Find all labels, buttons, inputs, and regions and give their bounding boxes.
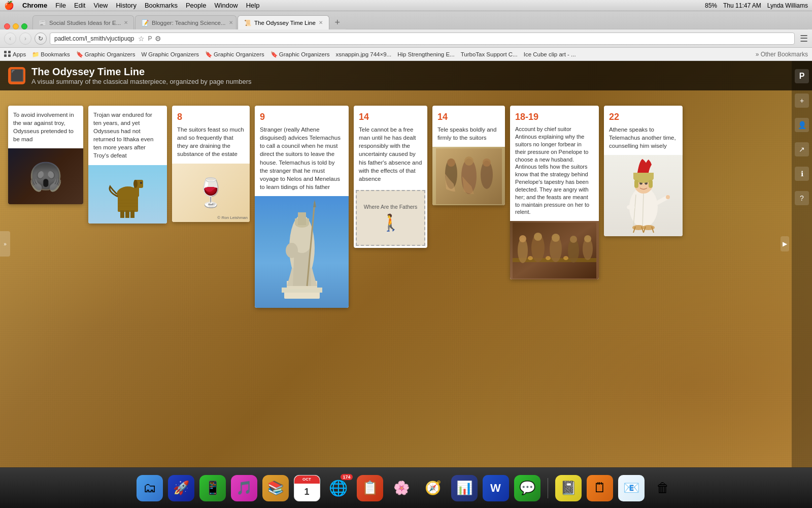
view-menu[interactable]: View [93, 2, 108, 9]
card-5: 14 Tele cannot be a free man until he ha… [354, 106, 427, 248]
minimize-button[interactable] [13, 23, 19, 29]
padlet-logo-btn[interactable]: P [795, 69, 809, 83]
new-tab-button[interactable]: + [330, 15, 345, 29]
card-8-text: 22 Athene speaks to Telemachus another t… [604, 106, 683, 155]
svg-point-26 [447, 158, 455, 167]
tab-2-close[interactable]: ✕ [229, 20, 233, 25]
svg-point-40 [570, 236, 577, 243]
tab-2[interactable]: 📝 Blogger: Teaching Science... ✕ [135, 15, 236, 29]
add-card-button[interactable]: + [795, 93, 809, 108]
svg-point-38 [552, 234, 560, 242]
bookmarks-folder[interactable]: 📁 Bookmarks [32, 51, 70, 58]
chrome-menu-icon[interactable]: ☰ [800, 33, 808, 44]
tab-1-label: Social Studies Ideas for E... [49, 20, 121, 26]
help-button[interactable]: ? [795, 191, 809, 205]
bookmarks-bar: Apps 📁 Bookmarks 🔖 Graphic Organizers W … [0, 48, 812, 61]
go2-label: Graphic Organizers [148, 51, 199, 57]
file-menu[interactable]: File [55, 2, 66, 9]
bookmarks-label: Bookmarks [41, 51, 70, 57]
history-menu[interactable]: History [116, 2, 136, 9]
turbotax-bookmark[interactable]: TurboTax Support C... [461, 51, 518, 57]
scroll-right-button[interactable]: ▶ [781, 236, 789, 251]
tab-2-favicon: 📝 [142, 19, 149, 26]
card-3-content: The suitors feast so much and so frequen… [177, 125, 245, 158]
scroll-left-button[interactable]: » [0, 231, 10, 257]
window-menu[interactable]: Window [214, 2, 238, 9]
svg-point-36 [534, 233, 542, 241]
tab-1-favicon: 📰 [39, 19, 46, 26]
apple-menu[interactable]: 🍎 [4, 1, 14, 10]
edit-menu[interactable]: Edit [74, 2, 85, 9]
dock-word[interactable]: W [483, 475, 509, 501]
dock-notes[interactable]: 📓 [555, 475, 582, 501]
dock-itunes[interactable]: 🎵 [231, 475, 257, 501]
back-button[interactable]: ‹ [4, 33, 16, 45]
graphic-org-3[interactable]: 🔖 Graphic Organizers [205, 51, 264, 58]
graphic-org-4[interactable]: 🔖 Graphic Organizers [270, 51, 330, 58]
icecube-bookmark[interactable]: Ice Cube clip art - ... [524, 51, 576, 57]
chrome-menu[interactable]: Chrome [22, 2, 47, 9]
dock-stocks[interactable]: 📊 [451, 475, 478, 501]
card-8-content: Athene speaks to Telemachus another time… [609, 125, 678, 150]
dock-messages[interactable]: 💬 [514, 475, 540, 501]
svg-rect-20 [298, 212, 306, 225]
dock-launchpad[interactable]: 🚀 [168, 475, 194, 501]
apps-bookmark[interactable]: Apps [4, 51, 26, 58]
tab-bar: 📰 Social Studies Ideas for E... ✕ 📝 Blog… [0, 11, 812, 29]
dock-mail[interactable]: 📧 [618, 475, 645, 501]
dock-finder[interactable]: 🗂 [137, 475, 163, 501]
athena-statue-svg [256, 197, 348, 308]
people-menu[interactable]: People [186, 2, 206, 9]
address-bar[interactable]: padlet.com/l_smith/vjuctipuqp ☆ P ⚙ [50, 33, 795, 45]
bookmarks-menu[interactable]: Bookmarks [145, 2, 178, 9]
bookmark-star-icon[interactable]: ☆ [138, 35, 145, 43]
extension-icon[interactable]: ⚙ [155, 35, 161, 43]
dock-calendar[interactable]: OCT 1 [294, 475, 320, 501]
share-button[interactable]: ↗ [795, 142, 809, 156]
menu-bar: 🍎 Chrome File Edit View History Bookmark… [0, 0, 812, 11]
dock-chrome[interactable]: 🌐 174 [325, 475, 352, 501]
card-7-content: Account by chief suitor Antinous explain… [515, 125, 594, 216]
graphic-org-1[interactable]: 🔖 Graphic Organizers [76, 51, 136, 58]
tab-1-close[interactable]: ✕ [124, 20, 128, 25]
dock-safari[interactable]: 🧭 [420, 475, 446, 501]
svg-point-51 [627, 205, 635, 210]
cards-container: To avoid involvement in the war against … [0, 90, 812, 323]
tab-1[interactable]: 📰 Social Studies Ideas for E... ✕ [32, 15, 134, 29]
tab-3[interactable]: 📜 The Odyssey Time Line ✕ [238, 15, 329, 29]
xsnappin-bookmark[interactable]: xsnappin.jpg 744×9... [335, 51, 391, 57]
go1-label: Graphic Organizers [85, 51, 136, 57]
padlet-icon[interactable]: P [148, 35, 152, 42]
other-bookmarks[interactable]: » Other Bookmarks [756, 51, 808, 58]
page-header: ⬛ The Odyssey Time Line A visual summary… [0, 61, 812, 90]
help-menu[interactable]: Help [246, 2, 260, 9]
close-button[interactable] [4, 23, 10, 29]
tab-3-close[interactable]: ✕ [319, 20, 323, 25]
card-6-content: Tele speaks boldly and firmly to the sui… [437, 125, 500, 142]
forward-button[interactable]: › [19, 33, 31, 45]
hip-strengthen-bookmark[interactable]: Hip Strengthening E... [397, 51, 455, 57]
svg-point-34 [519, 235, 526, 242]
card-2-image [88, 165, 167, 224]
dock-photos[interactable]: 🌸 [388, 475, 415, 501]
dock-ibooks[interactable]: 📚 [262, 475, 289, 501]
refresh-button[interactable]: ↻ [35, 33, 47, 45]
info-button[interactable]: ℹ [795, 167, 809, 181]
card-3-image: 🍷 © Ron Leishman [172, 164, 250, 222]
graphic-org-2[interactable]: W Graphic Organizers [141, 51, 199, 57]
dock-facetime[interactable]: 📱 [199, 475, 226, 501]
icecube-label: Ice Cube clip art - ... [524, 51, 576, 57]
user-profile-button[interactable]: 👤 [795, 118, 809, 132]
fullscreen-button[interactable] [21, 23, 27, 29]
dock-clipboard[interactable]: 📋 [357, 475, 383, 501]
tab-2-label: Blogger: Teaching Science... [152, 20, 226, 26]
dock-trash[interactable]: 🗑 [650, 475, 676, 501]
go4-label: Graphic Organizers [279, 51, 330, 57]
window-controls[interactable] [4, 23, 27, 29]
dock-reminders[interactable]: 🗒 [587, 475, 613, 501]
where-fathers-label: Where Are the Fathers [364, 204, 418, 210]
go2-icon: W [141, 51, 147, 57]
athene-cartoon-svg [608, 156, 679, 235]
card-7-number: 18-19 [515, 111, 594, 123]
card-5-image: Where Are the Fathers 🚶 [356, 190, 425, 246]
